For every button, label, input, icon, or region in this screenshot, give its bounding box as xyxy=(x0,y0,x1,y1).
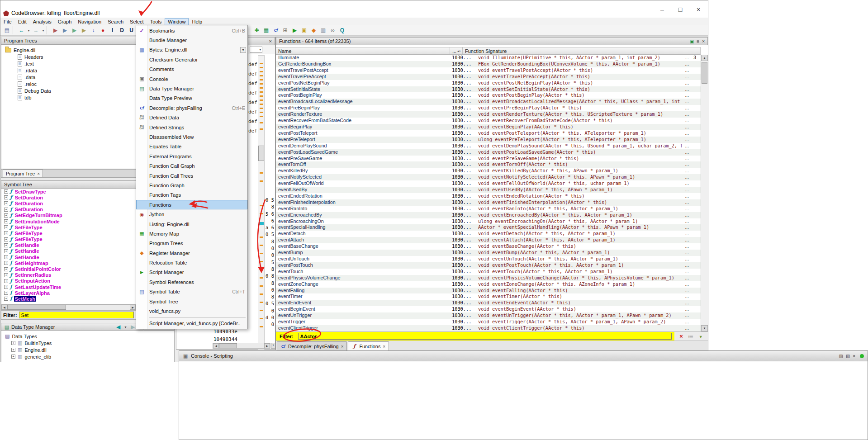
table-row[interactable]: eventRecoverFromBadStateCode 1030... voi… xyxy=(276,118,701,124)
table-row[interactable]: eventPostBeginPlay 1030... void eventPos… xyxy=(276,92,701,99)
panel-menu-button[interactable]: ≡ xyxy=(697,39,699,44)
symbol-tree-item[interactable]: ƒ SetLayerAlpha xyxy=(1,290,136,296)
symbol-tree-item[interactable]: ƒ SetDuration xyxy=(1,200,136,206)
table-row[interactable]: eventPostTouch 1030... void eventPostTou… xyxy=(276,262,701,269)
table-row[interactable]: Illuminate 1030... void Illuminate(UPrim… xyxy=(276,55,701,61)
forward-dropdown[interactable]: ▾ xyxy=(41,26,46,35)
symbol-tree-item[interactable]: ƒ SetMesh xyxy=(1,296,136,302)
menu-item[interactable]: Relocation Table xyxy=(136,258,247,267)
menu-item[interactable]: Symbol References xyxy=(136,277,247,287)
memory-map-button[interactable]: ▦ xyxy=(261,26,271,35)
table-row[interactable]: eventPostTeleport 1030... void eventPost… xyxy=(276,130,701,137)
menu-item[interactable]: Function Call Graph xyxy=(136,161,247,170)
menu-item[interactable]: Jython xyxy=(136,209,247,219)
program-tree-item[interactable]: Debug Data xyxy=(1,87,136,94)
table-row[interactable]: eventUnTrigger 1030... void eventUnTrigg… xyxy=(276,312,701,319)
expand-plus-icon[interactable] xyxy=(4,231,8,235)
menubar-item[interactable]: Edit xyxy=(15,18,30,25)
close-console-button[interactable]: × xyxy=(853,354,855,359)
filter-options-icon[interactable] xyxy=(688,333,693,340)
table-row[interactable]: eventAttach 1030... void eventAttach(AAc… xyxy=(276,237,701,243)
scroll-down-arrow[interactable] xyxy=(701,325,708,331)
go-down-button[interactable]: ↓ xyxy=(89,26,98,35)
table-row[interactable]: eventBump 1030... void eventBump(AActor … xyxy=(276,250,701,256)
symbol-tree-item[interactable]: ƒ SetDrawType xyxy=(1,189,136,194)
menu-item[interactable]: Comments xyxy=(136,65,247,74)
expand-plus-icon[interactable] xyxy=(4,297,8,301)
table-row[interactable]: eventZoneChange 1030... void eventZoneCh… xyxy=(276,281,701,288)
menu-item-dropdown-arrow[interactable] xyxy=(240,47,246,53)
menubar-item[interactable]: Graph xyxy=(55,18,75,25)
symbol-tree-item[interactable]: ƒ SetDuration xyxy=(1,207,136,213)
tab-close-icon[interactable] xyxy=(37,171,40,176)
listing-corner-dropdown[interactable] xyxy=(271,343,275,349)
expand-plus-icon[interactable] xyxy=(4,249,8,253)
menu-item[interactable]: Console xyxy=(136,74,247,84)
symbol-tree-item[interactable]: ƒ SetInitialPointColor xyxy=(1,266,136,272)
table-row[interactable]: eventTornOff 1030... void eventTornOff(A… xyxy=(276,161,701,168)
menu-item[interactable]: Data Type Manager xyxy=(136,84,247,93)
expand-plus-icon[interactable] xyxy=(4,219,8,223)
program-tree-item[interactable]: .text xyxy=(1,60,136,67)
menu-item[interactable]: Function Tags xyxy=(136,190,247,200)
maximize-button[interactable]: □ xyxy=(671,3,689,16)
menu-item[interactable]: Script Manager xyxy=(136,268,247,277)
expand-plus-icon[interactable] xyxy=(4,237,8,241)
menu-item[interactable]: void_funcs.py xyxy=(136,306,247,316)
menu-item[interactable]: Defined Data xyxy=(136,113,247,123)
scroll-right-arrow[interactable] xyxy=(130,305,136,310)
tool-program-4[interactable]: ▶ xyxy=(79,26,89,35)
listing-scrollbar-thumb[interactable] xyxy=(258,146,264,161)
clear-console-button[interactable]: ▨ xyxy=(839,354,843,359)
tab-program-tree[interactable]: Program Tree xyxy=(3,170,43,177)
menubar-item[interactable]: Navigation xyxy=(75,18,104,25)
clear-markup-button[interactable]: ● xyxy=(98,26,108,35)
symbol-tree-hscrollbar[interactable] xyxy=(1,304,136,310)
structure-editor-button[interactable]: ⊞ xyxy=(280,26,290,35)
table-row[interactable]: eventBroadcastLocalizedMessage 1030... v… xyxy=(276,99,701,105)
program-tree-item[interactable]: Headers xyxy=(1,53,136,60)
scroll-lock-button[interactable]: ▧ xyxy=(846,354,850,359)
program-tree-item[interactable]: tdb xyxy=(1,94,136,101)
symbol-tree-item[interactable]: ƒ SetHandle xyxy=(1,248,136,254)
scroll-right-arrow[interactable] xyxy=(264,343,270,348)
listing-combo-dropdown[interactable] xyxy=(250,47,262,53)
menu-item[interactable]: Defined Strings xyxy=(136,123,247,132)
program-tree-item[interactable]: .rdata xyxy=(1,67,136,74)
menubar-item[interactable]: Help xyxy=(189,18,205,25)
menubar-item[interactable]: File xyxy=(0,18,15,25)
expand-plus-icon[interactable] xyxy=(4,189,8,194)
expand-plus-icon[interactable] xyxy=(4,243,8,247)
dtm-back-button[interactable]: ◀ xyxy=(114,322,123,331)
table-row[interactable]: eventKilledBy 1030... void eventKilledBy… xyxy=(276,168,701,174)
menubar-item[interactable]: Window xyxy=(165,18,189,25)
symbol-tree-item[interactable]: ƒ SetHandle xyxy=(1,242,136,248)
table-row[interactable]: eventEncroachedBy 1030... void eventEncr… xyxy=(276,212,701,218)
table-row[interactable]: eventTrigger 1030... void eventTrigger(A… xyxy=(276,319,701,325)
expand-plus-icon[interactable] xyxy=(4,208,8,212)
data-types-root[interactable]: ▤ Data Types xyxy=(1,333,174,340)
expand-plus-icon[interactable] xyxy=(4,285,8,289)
panel-tab[interactable]: Functions xyxy=(348,341,389,350)
table-row[interactable]: eventBeginPlay 1030... void eventBeginPl… xyxy=(276,124,701,130)
close-button[interactable]: × xyxy=(689,3,707,16)
data-type-archive-item[interactable]: ▥ Engine.dll xyxy=(1,346,174,353)
expand-plus-icon[interactable] xyxy=(4,213,8,218)
script-manager-button[interactable]: ▶ xyxy=(290,26,299,35)
symbol-tree-item[interactable]: ƒ SetEmulationMode xyxy=(1,218,136,224)
expand-plus-icon[interactable] xyxy=(11,355,15,359)
column-location[interactable]: ... xyxy=(450,47,463,54)
register-manager-button[interactable]: ◆ xyxy=(309,26,318,35)
table-row[interactable]: eventNotifySelected 1030... void eventNo… xyxy=(276,174,701,180)
data-type-archive-item[interactable]: ▥ generic_clib xyxy=(1,353,174,360)
menu-item[interactable]: Bookmarks Ctrl+B xyxy=(136,26,247,35)
symbol-tree-item[interactable]: ƒ SetFileType xyxy=(1,224,136,230)
scroll-left-arrow[interactable] xyxy=(213,343,219,348)
table-row[interactable]: eventEndEvent 1030... void eventEndEvent… xyxy=(276,300,701,306)
menu-item[interactable]: Symbol Tree xyxy=(136,297,247,306)
expand-plus-icon[interactable] xyxy=(4,201,8,205)
scroll-left-arrow[interactable] xyxy=(1,305,7,310)
menu-item[interactable]: Bytes: Engine.dll xyxy=(136,45,247,55)
symbol-tree-item[interactable]: ƒ SetInputAction xyxy=(1,278,136,284)
table-row[interactable]: eventEndedRotation 1030... void eventEnd… xyxy=(276,193,701,199)
